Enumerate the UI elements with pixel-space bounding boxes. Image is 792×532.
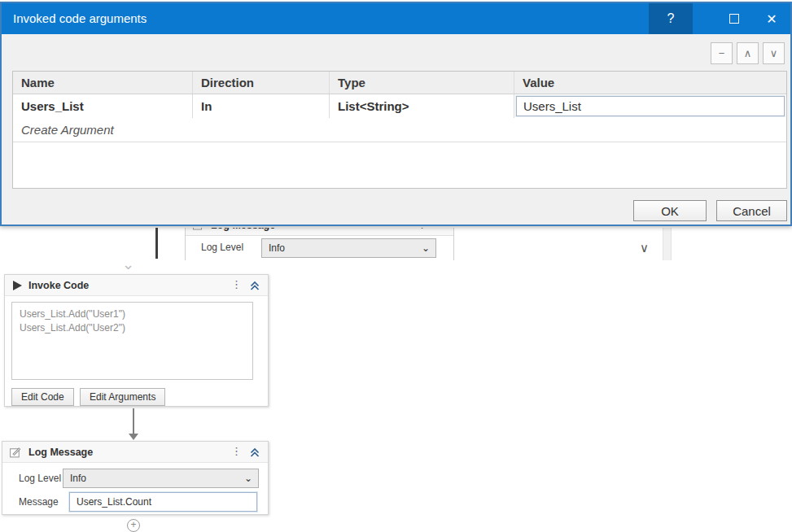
chevron-down-icon: ⌄ — [244, 469, 252, 487]
code-line: Users_List.Add("User2") — [20, 321, 245, 335]
log-message-activity[interactable]: Log Message ⋮ Log Level Info ⌄ Message U… — [2, 441, 269, 515]
move-down-button[interactable]: ∨ — [763, 42, 785, 64]
argument-name-cell[interactable]: Users_List — [13, 94, 193, 118]
argument-type-cell[interactable]: List<String> — [330, 94, 514, 118]
create-argument-row[interactable]: Create Argument — [13, 118, 786, 142]
edit-arguments-button[interactable]: Edit Arguments — [80, 388, 165, 406]
log-level-value: Info — [70, 473, 86, 484]
cancel-button[interactable]: Cancel — [716, 200, 787, 221]
dialog-title: Invoked code arguments — [2, 3, 649, 34]
invoke-code-header[interactable]: Invoke Code ⋮ — [5, 275, 268, 296]
column-header-type[interactable]: Type — [330, 72, 514, 94]
remove-argument-button[interactable]: − — [711, 42, 733, 64]
play-icon — [13, 281, 22, 290]
message-input[interactable]: Users_List.Count — [69, 492, 257, 512]
ok-button[interactable]: OK — [633, 200, 707, 221]
move-up-button[interactable]: ∧ — [737, 42, 759, 64]
column-header-name[interactable]: Name — [13, 72, 193, 94]
activity-title: Invoke Code — [28, 280, 89, 291]
argument-value-input[interactable]: Users_List — [516, 96, 785, 116]
invoked-code-arguments-dialog: Invoked code arguments ? ✕ − ∧ ∨ Name Di… — [0, 2, 792, 226]
sequence-collapse-chevron-icon[interactable]: ⌄ — [122, 257, 134, 272]
log-message-icon — [9, 446, 22, 459]
dialog-titlebar[interactable]: Invoked code arguments ? ✕ — [2, 3, 790, 34]
code-preview-box: Users_List.Add("User1") Users_List.Add("… — [11, 302, 253, 380]
log-level-value: Info — [269, 242, 285, 254]
log-level-dropdown[interactable]: Info ⌄ — [63, 469, 259, 488]
column-header-direction[interactable]: Direction — [193, 72, 330, 94]
log-message-header[interactable]: Log Message ⋮ — [2, 442, 268, 463]
log-level-label: Log Level — [201, 242, 243, 253]
panel-chevron-down-icon[interactable]: ∨ — [640, 242, 649, 254]
arguments-table: Name Direction Type Value Users_List In … — [12, 71, 787, 189]
code-line: Users_List.Add("User1") — [20, 307, 245, 321]
flow-arrow-line — [133, 408, 134, 434]
column-header-value[interactable]: Value — [514, 72, 786, 94]
message-label: Message — [19, 496, 59, 508]
maximize-icon — [729, 14, 739, 24]
collapse-icon[interactable] — [249, 447, 260, 458]
argument-value-cell: Users_List — [514, 94, 786, 118]
kebab-menu-icon[interactable]: ⋮ — [231, 278, 242, 290]
kebab-menu-icon[interactable]: ⋮ — [231, 445, 242, 457]
scrollbar-track[interactable] — [663, 228, 672, 260]
kebab-menu-icon[interactable]: ⋮ — [417, 228, 427, 230]
flow-arrow-head — [129, 434, 138, 440]
invoke-code-activity[interactable]: Invoke Code ⋮ Users_List.Add("User1") Us… — [4, 274, 269, 407]
workflow-connector-line — [155, 228, 158, 259]
log-message-activity-clipped[interactable]: Log Message ⋮ ✕ Log Level Info ⌄ — [185, 228, 454, 260]
close-icon[interactable]: ✕ — [436, 228, 445, 230]
maximize-button[interactable] — [715, 3, 753, 34]
chevron-down-icon: ⌄ — [422, 239, 430, 257]
close-button[interactable]: ✕ — [753, 3, 790, 34]
table-row: Users_List In List<String> Users_List — [13, 94, 786, 118]
designer-canvas: Log Message ⋮ ✕ Log Level Info ⌄ ∨ ⌄ Inv… — [0, 0, 792, 532]
help-button[interactable]: ? — [649, 3, 693, 34]
collapse-icon[interactable] — [249, 280, 260, 291]
log-message-icon — [192, 228, 204, 231]
activity-title: Log Message — [211, 228, 275, 231]
log-level-dropdown[interactable]: Info ⌄ — [261, 238, 436, 258]
clipped-header-sliver: Log Message ⋮ ✕ — [186, 228, 453, 236]
activity-title: Log Message — [28, 447, 93, 458]
table-header-row: Name Direction Type Value — [13, 72, 786, 94]
add-activity-button[interactable]: + — [127, 519, 140, 532]
edit-code-button[interactable]: Edit Code — [11, 388, 74, 406]
log-level-label: Log Level — [19, 473, 61, 484]
argument-direction-cell[interactable]: In — [193, 94, 330, 118]
